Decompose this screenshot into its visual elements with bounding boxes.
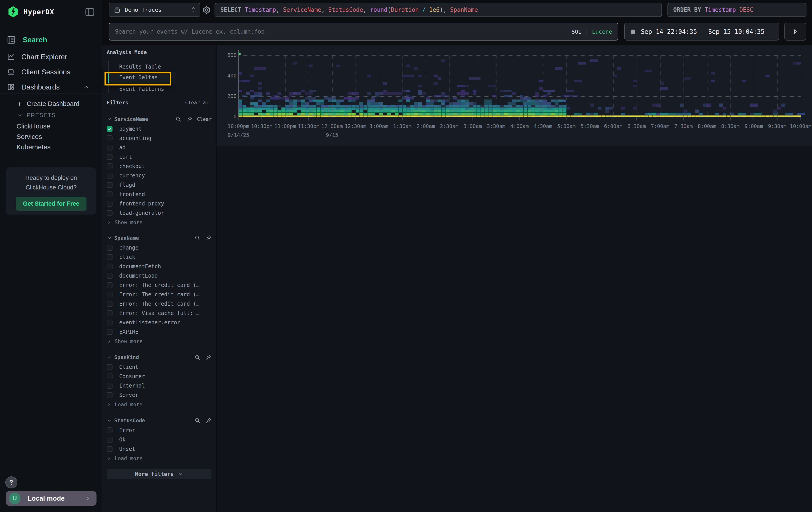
filter-checkbox-unset[interactable]: Unset	[102, 444, 216, 454]
date-range-picker[interactable]: Sep 14 22:04:35 - Sep 15 10:04:35	[624, 23, 779, 41]
checkbox[interactable]	[107, 126, 113, 132]
load-more-button[interactable]: Load more	[102, 454, 216, 463]
clear-all-filters-button[interactable]: Clear all	[185, 100, 212, 106]
checkbox[interactable]	[107, 374, 113, 379]
search-icon[interactable]	[194, 235, 201, 241]
sidebar-item-chart-explorer[interactable]: Chart Explorer	[7, 53, 96, 61]
filter-checkbox-error-the-credit-card[interactable]: Error: The credit card (…	[102, 299, 216, 308]
sidebar-collapse-icon[interactable]	[85, 7, 95, 17]
checkbox[interactable]	[107, 201, 113, 207]
checkbox[interactable]	[107, 145, 113, 151]
filter-checkbox-eventlistener-error[interactable]: eventListener.error	[102, 318, 216, 327]
language-lucene-option[interactable]: Lucene	[592, 28, 612, 35]
filter-checkbox-server[interactable]: Server	[102, 390, 216, 400]
filter-checkbox-change[interactable]: change	[102, 243, 216, 252]
run-query-button[interactable]	[784, 23, 806, 41]
filter-checkbox-cart[interactable]: cart	[102, 152, 216, 162]
checkbox[interactable]	[107, 264, 113, 269]
filter-checkbox-click[interactable]: click	[102, 252, 216, 262]
checkbox[interactable]	[107, 329, 113, 335]
language-sql-option[interactable]: SQL	[572, 28, 581, 35]
filter-checkbox-frontend-proxy[interactable]: frontend-proxy	[102, 199, 216, 208]
filter-checkbox-ad[interactable]: ad	[102, 143, 216, 152]
preset-dashboard-clickhouse[interactable]: ClickHouse	[17, 123, 50, 130]
checkbox[interactable]	[107, 437, 113, 442]
preset-dashboard-kubernetes[interactable]: Kubernetes	[17, 143, 51, 151]
search-icon[interactable]	[175, 116, 181, 122]
checkbox[interactable]	[107, 427, 113, 433]
search-icon[interactable]	[194, 354, 201, 360]
checkbox[interactable]	[107, 292, 113, 297]
checkbox-label: Error: The credit card (…	[119, 291, 199, 298]
source-settings-gear-icon[interactable]	[202, 5, 211, 15]
filter-group-header[interactable]: ServiceNameClear	[102, 114, 216, 124]
filter-checkbox-flagd[interactable]: flagd	[102, 180, 216, 190]
show-more-button[interactable]: Show more	[102, 336, 216, 346]
filter-checkbox-client[interactable]: Client	[102, 362, 216, 372]
filter-checkbox-payment[interactable]: payment	[102, 124, 216, 134]
checkbox[interactable]	[107, 383, 113, 389]
sidebar-item-dashboards[interactable]: Dashboards	[7, 83, 96, 91]
filter-checkbox-error-the-credit-card[interactable]: Error: The credit card (…	[102, 290, 216, 299]
checkbox[interactable]	[107, 182, 113, 188]
analysis-mode-results-table[interactable]: Results Table	[109, 61, 175, 72]
filter-checkbox-error-visa-cache-full[interactable]: Error: Visa cache full: …	[102, 308, 216, 318]
filter-checkbox-consumer[interactable]: Consumer	[102, 372, 216, 381]
search-icon[interactable]	[194, 417, 201, 424]
load-more-button[interactable]: Load more	[102, 400, 216, 409]
show-more-button[interactable]: Show more	[102, 218, 216, 227]
event-deltas-heatmap[interactable]: 0200400600 10:00pm10:30pm11:00pm11:30pm1…	[216, 46, 812, 146]
checkbox[interactable]	[107, 254, 113, 260]
create-dashboard-button[interactable]: Create Dashboard	[17, 100, 79, 108]
checkbox[interactable]	[107, 173, 113, 179]
checkbox[interactable]	[107, 273, 113, 279]
search-input[interactable]: Search your events w/ Lucene ex. column:…	[109, 23, 618, 41]
checkbox[interactable]	[107, 446, 113, 452]
get-started-button[interactable]: Get Started for Free	[16, 197, 86, 211]
pin-icon[interactable]	[205, 235, 212, 241]
pin-icon[interactable]	[205, 417, 212, 424]
checkbox[interactable]	[107, 245, 113, 251]
filter-checkbox-internal[interactable]: Internal	[102, 381, 216, 390]
filter-checkbox-accounting[interactable]: accounting	[102, 134, 216, 143]
checkbox[interactable]	[107, 301, 113, 307]
user-menu[interactable]: U Local mode	[6, 491, 96, 506]
clear-group-button[interactable]: Clear	[197, 116, 212, 122]
pin-icon[interactable]	[205, 354, 212, 360]
pin-icon[interactable]	[186, 116, 193, 122]
filter-checkbox-checkout[interactable]: checkout	[102, 162, 216, 171]
more-filters-button[interactable]: More filters	[107, 469, 211, 479]
heatmap-cell	[664, 115, 668, 117]
filter-checkbox-documentload[interactable]: documentLoad	[102, 271, 216, 280]
brand[interactable]: HyperDX	[7, 6, 54, 18]
presets-toggle[interactable]: PRESETS	[17, 112, 56, 118]
order-by-input[interactable]: ORDER BY Timestamp DESC	[667, 3, 807, 17]
checkbox[interactable]	[107, 392, 113, 398]
checkbox[interactable]	[107, 282, 113, 288]
checkbox[interactable]	[107, 135, 113, 141]
filter-checkbox-frontend[interactable]: frontend	[102, 190, 216, 199]
checkbox[interactable]	[107, 310, 113, 316]
filter-checkbox-documentfetch[interactable]: documentFetch	[102, 262, 216, 271]
filter-checkbox-expire[interactable]: EXPIRE	[102, 327, 216, 336]
sidebar-item-client-sessions[interactable]: Client Sessions	[7, 68, 96, 76]
filter-group-header[interactable]: SpanKind	[102, 352, 216, 362]
checkbox[interactable]	[107, 320, 113, 325]
filter-checkbox-error-the-credit-card[interactable]: Error: The credit card (…	[102, 280, 216, 290]
checkbox[interactable]	[107, 191, 113, 197]
checkbox[interactable]	[107, 163, 113, 169]
select-clause-input[interactable]: SELECT Timestamp, ServiceName, StatusCod…	[214, 3, 662, 17]
filter-group-header[interactable]: StatusCode	[102, 415, 216, 426]
checkbox[interactable]	[107, 210, 113, 216]
filter-group-header[interactable]: SpanName	[102, 233, 216, 243]
data-source-select[interactable]: Demo Traces	[109, 3, 200, 17]
filter-checkbox-error[interactable]: Error	[102, 426, 216, 435]
checkbox[interactable]	[107, 364, 113, 370]
filter-checkbox-load-generator[interactable]: load-generator	[102, 208, 216, 218]
checkbox[interactable]	[107, 154, 113, 160]
help-button[interactable]: ?	[5, 476, 17, 488]
preset-dashboard-services[interactable]: Services	[17, 133, 42, 140]
sidebar-item-search[interactable]: Search	[7, 35, 47, 45]
filter-checkbox-currency[interactable]: currency	[102, 171, 216, 180]
filter-checkbox-ok[interactable]: Ok	[102, 435, 216, 444]
